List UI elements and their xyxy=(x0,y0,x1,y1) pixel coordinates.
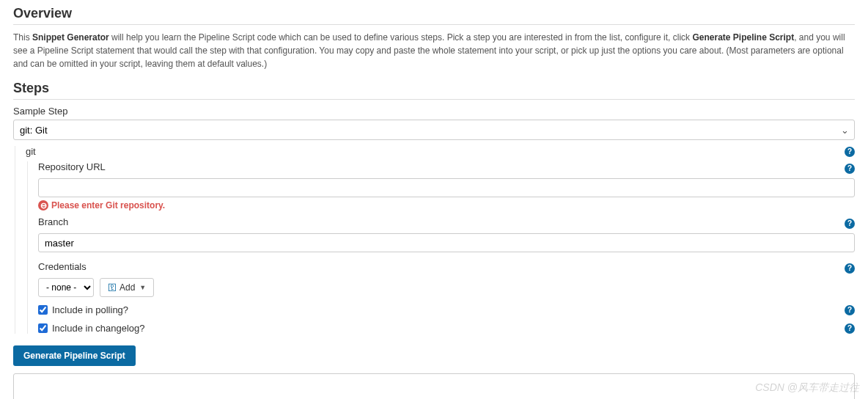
add-label: Add xyxy=(119,282,135,293)
include-polling-label: Include in polling? xyxy=(52,304,128,315)
help-icon[interactable]: ? xyxy=(845,219,855,229)
generate-pipeline-script-button[interactable]: Generate Pipeline Script xyxy=(13,345,136,366)
include-polling-checkbox[interactable] xyxy=(38,305,48,315)
overview-description: This Snippet Generator will help you lea… xyxy=(13,31,855,70)
key-icon: ⚿ xyxy=(108,282,117,293)
desc-bold-snippet: Snippet Generator xyxy=(32,32,109,43)
help-icon[interactable]: ? xyxy=(845,164,855,174)
desc-text: This xyxy=(13,32,32,43)
include-changelog-checkbox[interactable] xyxy=(38,323,48,333)
add-credentials-button[interactable]: ⚿ Add ▼ xyxy=(100,278,154,297)
help-icon[interactable]: ? xyxy=(845,305,855,315)
sample-step-label: Sample Step xyxy=(13,106,855,117)
overview-heading: Overview xyxy=(13,6,855,25)
git-section-label: git xyxy=(26,146,839,157)
pipeline-script-output[interactable] xyxy=(13,373,855,399)
help-icon[interactable]: ? xyxy=(845,323,855,334)
desc-bold-generate: Generate Pipeline Script xyxy=(692,32,794,43)
sample-step-select[interactable]: git: Git xyxy=(13,120,855,140)
help-icon[interactable]: ? xyxy=(845,263,855,274)
branch-label: Branch xyxy=(38,216,839,227)
credentials-select[interactable]: - none - xyxy=(38,278,94,297)
repo-url-error: Please enter Git repository. xyxy=(51,200,165,211)
repo-url-label: Repository URL xyxy=(38,161,839,172)
include-changelog-label: Include in changelog? xyxy=(52,323,145,334)
credentials-label: Credentials xyxy=(38,261,839,272)
chevron-down-icon: ▼ xyxy=(139,284,146,291)
error-icon: ⊖ xyxy=(38,200,48,211)
help-icon[interactable]: ? xyxy=(845,147,855,157)
steps-heading: Steps xyxy=(13,81,855,100)
repo-url-input[interactable] xyxy=(38,178,855,197)
desc-text: will help you learn the Pipeline Script … xyxy=(109,32,693,43)
branch-input[interactable] xyxy=(38,233,855,252)
